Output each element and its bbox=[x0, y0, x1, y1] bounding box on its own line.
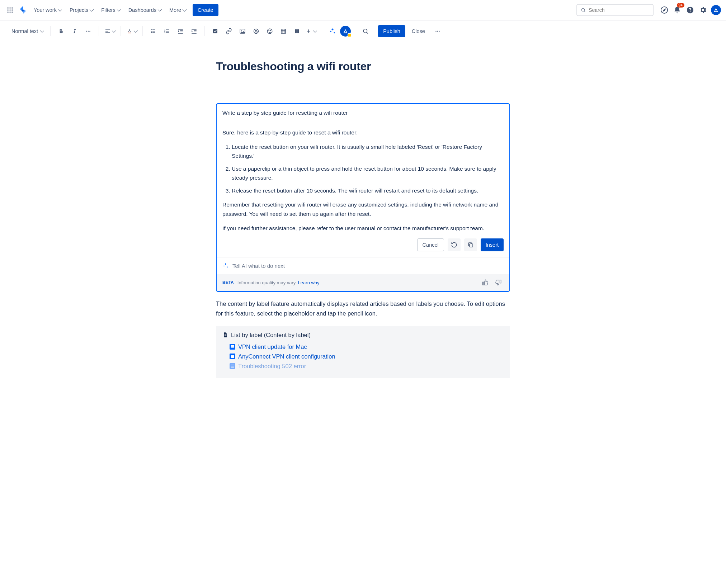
more-actions-button[interactable] bbox=[432, 25, 444, 37]
page-title[interactable]: Troubleshooting a wifi router bbox=[216, 60, 510, 73]
svg-point-6 bbox=[8, 11, 9, 13]
publish-button[interactable]: Publish bbox=[378, 25, 405, 37]
insert-dropdown[interactable] bbox=[305, 25, 317, 37]
italic-button[interactable] bbox=[69, 25, 81, 37]
cancel-button[interactable]: Cancel bbox=[417, 238, 444, 251]
text-color-dropdown[interactable] bbox=[125, 25, 138, 37]
copy-button[interactable] bbox=[464, 238, 477, 251]
app-switcher-icon[interactable] bbox=[4, 4, 16, 16]
related-article-link[interactable]: AnyConnect VPN client configuration bbox=[230, 353, 504, 360]
search-input[interactable] bbox=[576, 4, 654, 16]
document-icon bbox=[222, 332, 228, 338]
svg-rect-20 bbox=[128, 33, 131, 33]
related-article-link[interactable]: VPN client update for Mac bbox=[230, 343, 504, 350]
image-button[interactable] bbox=[236, 25, 249, 37]
svg-point-61 bbox=[439, 31, 440, 32]
svg-rect-64 bbox=[225, 335, 226, 336]
svg-point-60 bbox=[437, 31, 438, 32]
svg-point-1 bbox=[9, 8, 10, 9]
indent-button[interactable] bbox=[188, 25, 200, 37]
emoji-button[interactable] bbox=[264, 25, 276, 37]
jira-logo-icon[interactable] bbox=[17, 4, 29, 16]
svg-rect-65 bbox=[225, 336, 226, 336]
table-button[interactable] bbox=[277, 25, 289, 37]
bold-button[interactable] bbox=[55, 25, 67, 37]
more-formatting-button[interactable] bbox=[82, 25, 94, 37]
svg-point-43 bbox=[241, 30, 242, 31]
notification-badge: 9+ bbox=[677, 3, 684, 8]
ai-footer: BETA Information quality may vary. Learn… bbox=[217, 274, 509, 291]
nav-dashboards[interactable]: Dashboards bbox=[125, 4, 164, 16]
svg-point-22 bbox=[151, 31, 152, 32]
insert-button[interactable]: Insert bbox=[481, 238, 504, 251]
beta-badge: BETA bbox=[222, 280, 234, 285]
bullet-list-button[interactable] bbox=[147, 25, 159, 37]
document-scroll-area[interactable]: Troubleshooting a wifi router Write a st… bbox=[0, 42, 726, 588]
svg-point-15 bbox=[88, 31, 89, 32]
ai-assist-icon[interactable] bbox=[326, 25, 339, 37]
page-icon bbox=[230, 363, 235, 369]
svg-rect-34 bbox=[180, 30, 183, 31]
nav-filters[interactable]: Filters bbox=[98, 4, 123, 16]
editor-toolbar: Normal text 123 Publish Close bbox=[0, 20, 726, 42]
close-button[interactable]: Close bbox=[407, 25, 430, 37]
related-article-link[interactable]: Troubleshooting 502 error bbox=[230, 363, 504, 370]
profile-avatar[interactable] bbox=[710, 4, 722, 16]
ai-panel: Write a step by step guide for resetting… bbox=[216, 103, 510, 292]
text-cursor bbox=[216, 91, 216, 99]
thumbs-up-button[interactable] bbox=[480, 278, 490, 288]
svg-rect-39 bbox=[194, 32, 197, 33]
layouts-button[interactable] bbox=[291, 25, 303, 37]
svg-rect-40 bbox=[192, 33, 197, 34]
svg-rect-25 bbox=[152, 31, 155, 31]
svg-rect-62 bbox=[470, 244, 473, 247]
help-icon[interactable] bbox=[684, 4, 696, 16]
search-icon bbox=[581, 7, 586, 13]
mention-button[interactable] bbox=[250, 25, 262, 37]
svg-point-21 bbox=[151, 29, 152, 30]
svg-point-5 bbox=[11, 9, 13, 10]
top-navigation: Your work Projects Filters Dashboards Mo… bbox=[0, 0, 726, 20]
svg-point-8 bbox=[11, 11, 13, 13]
text-style-dropdown[interactable]: Normal text bbox=[9, 25, 46, 37]
ai-sparkle-icon bbox=[222, 262, 229, 269]
svg-marker-12 bbox=[663, 9, 665, 11]
svg-rect-54 bbox=[297, 29, 299, 33]
ai-next-input[interactable]: Tell AI what to do next bbox=[217, 257, 509, 274]
svg-rect-31 bbox=[166, 31, 169, 31]
discover-icon[interactable] bbox=[659, 4, 670, 16]
learn-why-link[interactable]: Learn why bbox=[298, 280, 320, 285]
svg-rect-26 bbox=[152, 32, 155, 33]
svg-point-7 bbox=[9, 11, 10, 13]
content-by-label-macro[interactable]: List by label (Content by label) VPN cli… bbox=[216, 326, 510, 378]
nav-projects[interactable]: Projects bbox=[66, 4, 96, 16]
ai-prompt-text: Write a step by step guide for resetting… bbox=[217, 104, 509, 122]
link-button[interactable] bbox=[223, 25, 235, 37]
outdent-button[interactable] bbox=[174, 25, 187, 37]
settings-icon[interactable] bbox=[697, 4, 709, 16]
collaborator-avatar[interactable] bbox=[340, 26, 351, 37]
action-item-button[interactable] bbox=[209, 25, 221, 37]
create-button[interactable]: Create bbox=[193, 4, 218, 16]
retry-button[interactable] bbox=[448, 238, 461, 251]
svg-rect-38 bbox=[194, 30, 197, 31]
svg-rect-33 bbox=[178, 29, 183, 30]
svg-point-4 bbox=[9, 9, 10, 10]
svg-rect-17 bbox=[105, 29, 110, 30]
svg-point-46 bbox=[269, 30, 269, 31]
svg-point-14 bbox=[86, 31, 87, 32]
numbered-list-button[interactable]: 123 bbox=[161, 25, 173, 37]
doc-paragraph[interactable]: The content by label feature automatical… bbox=[216, 299, 510, 318]
find-button[interactable] bbox=[359, 25, 372, 37]
svg-text:3: 3 bbox=[164, 32, 165, 33]
svg-point-57 bbox=[363, 29, 367, 33]
svg-point-0 bbox=[8, 8, 9, 9]
svg-point-2 bbox=[11, 8, 13, 9]
notifications-icon[interactable]: 9+ bbox=[671, 4, 683, 16]
thumbs-down-button[interactable] bbox=[494, 278, 504, 288]
svg-point-16 bbox=[89, 31, 90, 32]
ai-response: Sure, here is a step-by-step guide to re… bbox=[217, 122, 509, 238]
nav-your-work[interactable]: Your work bbox=[30, 4, 65, 16]
nav-more[interactable]: More bbox=[166, 4, 189, 16]
align-dropdown[interactable] bbox=[103, 25, 116, 37]
